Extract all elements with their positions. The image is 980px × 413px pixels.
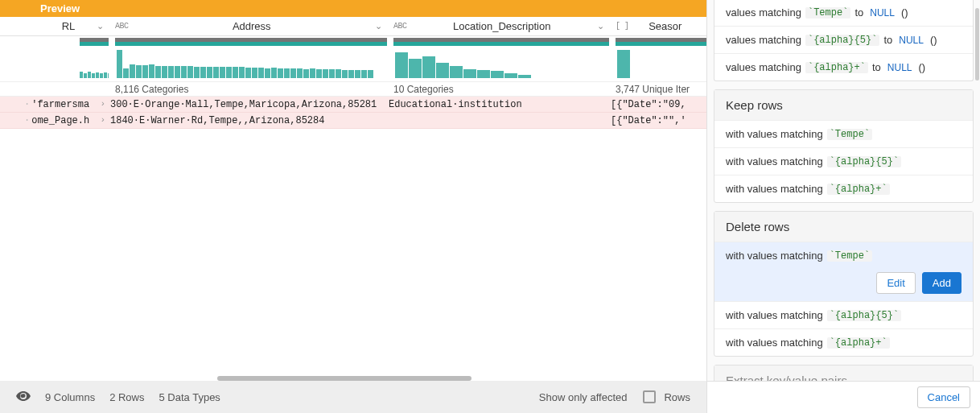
suggestion-group-set: values matching `Tempe` to NULL()values … — [714, 0, 974, 81]
table-row[interactable]: ·ome_Page.h › 1840·E·Warner·Rd,Tempe,,Ar… — [0, 113, 706, 129]
columns-header: RL ⌄ ABC Address ⌄ ABC Location_Descript… — [0, 17, 706, 36]
cell-addr: 1840·E·Warner·Rd,Tempe,,Arizona,85284 — [109, 115, 387, 126]
group-header-keep: Keep rows — [714, 90, 973, 120]
suggestion-item[interactable]: with values matching `{alpha}{5}` — [714, 147, 973, 175]
edit-button[interactable]: Edit — [876, 272, 915, 294]
preview-tab[interactable]: Preview — [0, 0, 706, 17]
type-badge: ABC — [393, 22, 407, 31]
chevron-down-icon[interactable]: ⌄ — [597, 21, 604, 31]
suggestion-item[interactable]: with values matching `{alpha}+` — [714, 328, 973, 356]
suggestions-panel: values matching `Tempe` to NULL()values … — [706, 0, 980, 413]
cell-seas: [{"Date":"09, — [609, 99, 706, 110]
column-name: Seasor — [629, 20, 702, 32]
column-header-location[interactable]: ABC Location_Description ⌄ — [387, 17, 609, 35]
cell-url: ·ome_Page.h › — [0, 115, 109, 126]
histogram-seasons[interactable] — [609, 36, 706, 81]
cell-addr: 300·E·Orange·Mall,Tempe,Maricopa,Arizona… — [109, 99, 387, 110]
data-rows: ·'farmersma › 300·E·Orange·Mall,Tempe,Ma… — [0, 97, 706, 413]
suggestion-item[interactable]: with values matching `Tempe`EditAdd — [714, 242, 973, 301]
table-row[interactable]: ·'farmersma › 300·E·Orange·Mall,Tempe,Ma… — [0, 97, 706, 113]
suggestion-group-extract: Extract key/value pairs — [714, 365, 974, 381]
add-button[interactable]: Add — [922, 272, 961, 294]
suggestion-group-delete: Delete rows with values matching `Tempe`… — [714, 211, 974, 357]
cancel-button[interactable]: Cancel — [917, 386, 970, 408]
footer-types: 5 Data Types — [159, 391, 220, 403]
show-only-affected-label: Show only affected — [539, 391, 628, 403]
stats-addr: 8,116 Categories — [109, 84, 387, 95]
footer-rows-label: Rows — [664, 391, 690, 403]
cell-url: ·'farmersma › — [0, 99, 109, 110]
stats-loc: 10 Categories — [387, 84, 609, 95]
chevron-right-icon[interactable]: › — [100, 99, 105, 109]
suggestions-footer: Cancel — [707, 381, 980, 413]
suggestion-item[interactable]: with values matching `{alpha}+` — [714, 175, 973, 202]
vertical-scrollbar[interactable] — [975, 8, 979, 81]
group-header-delete: Delete rows — [714, 212, 973, 242]
footer-columns: 9 Columns — [45, 391, 95, 403]
chevron-down-icon[interactable]: ⌄ — [375, 21, 382, 31]
suggestion-item[interactable]: values matching `{alpha}+` to NULL() — [714, 53, 973, 81]
column-name: Address — [129, 20, 375, 32]
suggestion-item[interactable]: with values matching `Tempe` — [714, 120, 973, 147]
column-name: Location_Description — [407, 20, 597, 32]
type-badge: ABC — [115, 22, 129, 31]
group-header-extract: Extract key/value pairs — [714, 366, 973, 381]
type-badge: [ ] — [616, 22, 629, 31]
cell-seas: [{"Date":"",' — [609, 115, 706, 126]
column-name: RL — [40, 20, 97, 32]
histogram-address[interactable] — [109, 36, 387, 81]
eye-icon[interactable] — [16, 390, 31, 404]
suggestion-item[interactable]: values matching `{alpha}{5}` to NULL() — [714, 26, 973, 53]
show-only-affected-checkbox[interactable] — [643, 390, 656, 403]
column-header-seasons[interactable]: [ ] Seasor — [609, 17, 706, 35]
column-header-url[interactable]: RL ⌄ — [0, 17, 109, 35]
cell-loc: Educational·institution — [387, 99, 609, 110]
histogram-url[interactable] — [0, 36, 109, 81]
histogram-location[interactable] — [387, 36, 609, 81]
suggestion-item[interactable]: values matching `Tempe` to NULL() — [714, 0, 973, 26]
histogram-row — [0, 36, 706, 82]
grid-footer: 9 Columns 2 Rows 5 Data Types Show only … — [0, 381, 706, 413]
chevron-right-icon[interactable]: › — [100, 115, 105, 125]
column-header-address[interactable]: ABC Address ⌄ — [109, 17, 387, 35]
stats-row: 8,116 Categories 10 Categories 3,747 Uni… — [0, 82, 706, 97]
suggestion-group-keep: Keep rows with values matching `Tempe`wi… — [714, 89, 974, 203]
stats-seas: 3,747 Unique Iter — [609, 84, 706, 95]
footer-rows: 2 Rows — [109, 391, 144, 403]
suggestion-item[interactable]: with values matching `{alpha}{5}` — [714, 301, 973, 328]
chevron-down-icon[interactable]: ⌄ — [97, 21, 104, 31]
